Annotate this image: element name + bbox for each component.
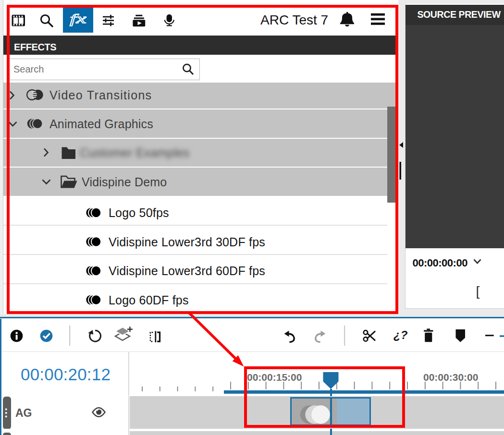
svg-text:00:00:30:00: 00:00:30:00 [423,372,478,383]
